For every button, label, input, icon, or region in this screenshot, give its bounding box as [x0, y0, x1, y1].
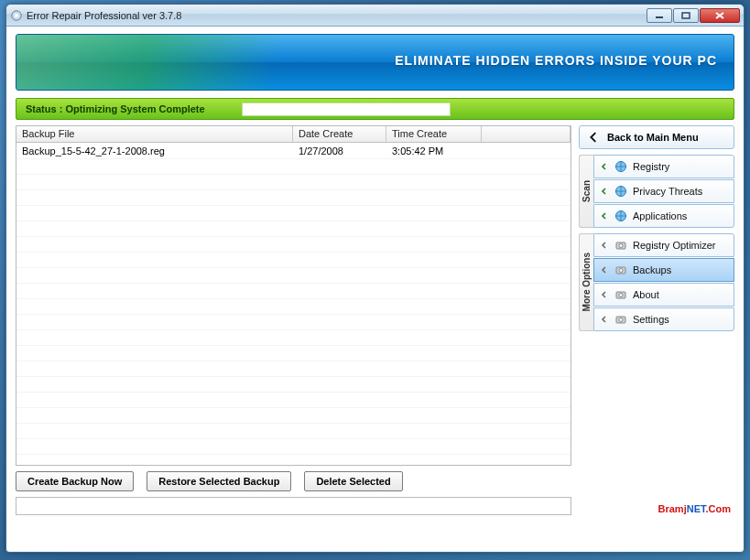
globe-icon: [614, 210, 627, 222]
sidebar-item-label: Applications: [633, 210, 687, 221]
sidebar-item-label: Privacy Threats: [633, 186, 702, 197]
svg-rect-3: [682, 13, 690, 18]
globe-icon: [614, 185, 627, 198]
close-button[interactable]: [700, 8, 740, 23]
footer-box: [16, 497, 571, 515]
sidebar-item-label: Registry: [633, 161, 669, 172]
watermark: BramjNET.Com: [658, 500, 731, 515]
status-label: Status : Optimizing System Complete: [26, 103, 205, 114]
chevron-left-icon: [600, 290, 609, 299]
sidebar-item-label: About: [633, 289, 659, 300]
chevron-left-icon: [600, 265, 609, 275]
svg-point-14: [619, 294, 623, 297]
sidebar-item-about[interactable]: About: [593, 283, 734, 307]
camera-icon: [614, 239, 627, 252]
col-date-create[interactable]: Date Create: [293, 126, 386, 142]
svg-point-16: [619, 318, 623, 322]
col-backup-file[interactable]: Backup File: [16, 126, 293, 142]
sidebar-item-label: Registry Optimizer: [633, 240, 715, 251]
sidebar-item-registry[interactable]: Registry: [593, 155, 734, 178]
col-spacer: [482, 126, 571, 142]
sidebar-item-registry-optimizer[interactable]: Registry Optimizer: [593, 233, 734, 257]
col-time-create[interactable]: Time Create: [386, 126, 482, 142]
chevron-left-icon: [600, 241, 609, 250]
action-buttons: Create Backup Now Restore Selected Backu…: [16, 471, 571, 491]
svg-point-12: [619, 269, 623, 273]
sidebar-item-privacy-threats[interactable]: Privacy Threats: [593, 179, 734, 203]
status-bar: Status : Optimizing System Complete: [16, 98, 734, 120]
app-window: Error Repair Professional ver 3.7.8 ELIM…: [5, 4, 745, 553]
sidebar-item-applications[interactable]: Applications: [593, 204, 734, 228]
table-header: Backup File Date Create Time Create: [16, 126, 571, 143]
backup-table: Backup File Date Create Time Create Back…: [16, 125, 571, 466]
banner-slogan: ELIMINATE HIDDEN ERRORS INSIDE YOUR PC: [395, 53, 717, 68]
cell-time: 3:05:42 PM: [386, 144, 482, 158]
cell-date: 1/27/2008: [293, 144, 386, 158]
sidebar: Back to Main Menu Scan Registry P: [579, 125, 734, 515]
app-body: ELIMINATE HIDDEN ERRORS INSIDE YOUR PC S…: [6, 27, 744, 521]
chevron-left-icon: [600, 315, 609, 324]
chevron-left-icon: [600, 162, 609, 171]
app-icon: [10, 9, 23, 22]
titlebar: Error Repair Professional ver 3.7.8: [6, 5, 744, 27]
list-pane: Backup File Date Create Time Create Back…: [16, 125, 571, 515]
camera-icon: [614, 288, 627, 301]
table-row[interactable]: Backup_15-5-42_27-1-2008.reg 1/27/2008 3…: [16, 143, 571, 159]
minimize-button[interactable]: [647, 8, 672, 23]
sidebar-item-backups[interactable]: Backups: [593, 258, 734, 282]
delete-selected-button[interactable]: Delete Selected: [304, 471, 402, 491]
back-arrow-icon: [587, 131, 600, 144]
scan-group-label: Scan: [579, 155, 593, 228]
back-to-main-menu-button[interactable]: Back to Main Menu: [579, 125, 734, 149]
restore-backup-button[interactable]: Restore Selected Backup: [147, 471, 291, 491]
scan-group: Scan Registry Privacy Threats: [579, 155, 734, 228]
progress-bar: [242, 102, 451, 116]
window-controls: [646, 8, 740, 23]
create-backup-button[interactable]: Create Backup Now: [16, 471, 134, 491]
camera-icon: [614, 313, 627, 326]
banner: ELIMINATE HIDDEN ERRORS INSIDE YOUR PC: [16, 34, 734, 91]
window-title: Error Repair Professional ver 3.7.8: [27, 10, 646, 21]
svg-point-1: [15, 13, 18, 16]
content-area: Backup File Date Create Time Create Back…: [16, 125, 734, 515]
chevron-left-icon: [600, 211, 609, 221]
svg-point-10: [619, 244, 623, 248]
cell-file: Backup_15-5-42_27-1-2008.reg: [16, 144, 293, 158]
main-menu-label: Back to Main Menu: [607, 132, 699, 143]
sidebar-item-settings[interactable]: Settings: [593, 307, 734, 331]
more-options-label: More Options: [579, 233, 593, 331]
maximize-button[interactable]: [673, 8, 699, 23]
more-options-group: More Options Registry Optimizer Backups: [579, 233, 734, 331]
chevron-left-icon: [600, 187, 609, 196]
globe-icon: [614, 160, 627, 173]
sidebar-item-label: Settings: [633, 314, 669, 325]
camera-icon: [614, 264, 627, 276]
sidebar-item-label: Backups: [633, 264, 671, 275]
